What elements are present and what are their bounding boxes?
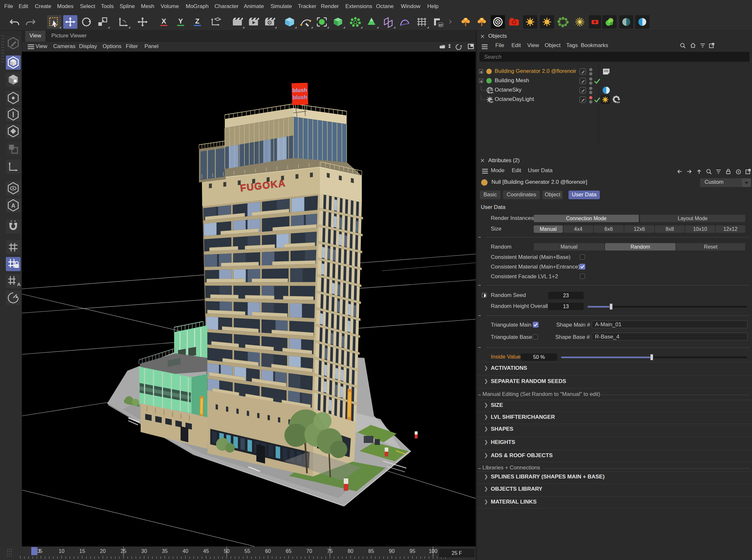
svg-text:70: 70: [306, 548, 312, 554]
svg-text:X: X: [162, 17, 166, 25]
svg-text:45: 45: [203, 548, 209, 554]
svg-text:Y: Y: [178, 17, 183, 25]
svg-text:A: A: [11, 202, 16, 209]
svg-text:Z: Z: [195, 17, 199, 25]
svg-text:35: 35: [162, 548, 168, 554]
svg-text:blush: blush: [293, 94, 307, 101]
svg-text:55: 55: [244, 548, 250, 554]
svg-text:60: 60: [265, 548, 271, 554]
svg-text:65: 65: [286, 548, 292, 554]
svg-text:90: 90: [389, 548, 395, 554]
svg-text:30: 30: [141, 548, 147, 554]
svg-text:85: 85: [368, 548, 374, 554]
svg-text:3: 3: [37, 548, 40, 554]
svg-text:ST: ST: [491, 91, 494, 94]
svg-text:ST: ST: [617, 101, 620, 104]
svg-text:10: 10: [59, 548, 64, 554]
svg-text:20: 20: [100, 548, 106, 554]
svg-text:blush: blush: [293, 87, 307, 94]
svg-text:80: 80: [348, 548, 353, 554]
svg-text:ST: ST: [491, 101, 494, 103]
svg-text:ST: ST: [439, 23, 443, 27]
svg-text:95: 95: [410, 548, 415, 554]
svg-text:15: 15: [79, 548, 85, 554]
svg-text:A: A: [17, 281, 21, 287]
svg-text:40: 40: [182, 548, 188, 554]
